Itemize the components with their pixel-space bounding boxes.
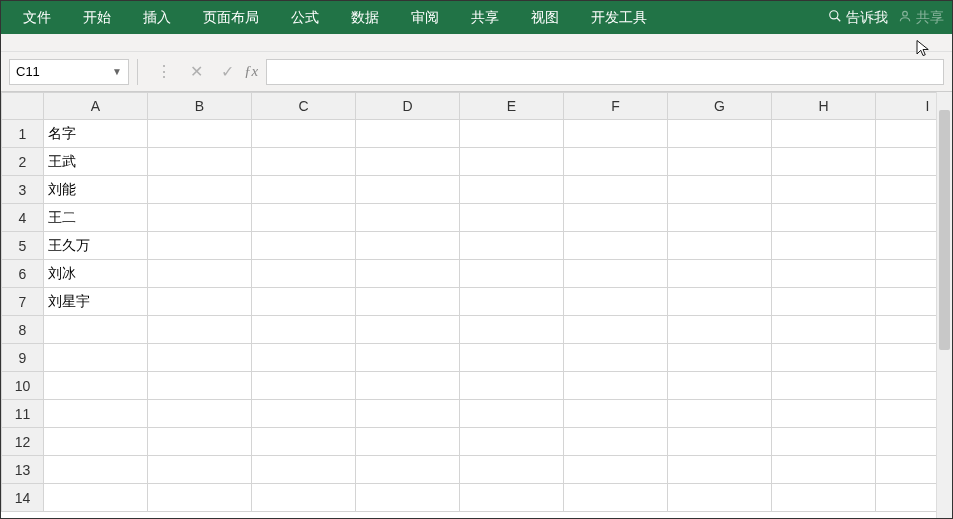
cell-F13[interactable] [564,456,668,484]
cell-H5[interactable] [772,232,876,260]
cell-D4[interactable] [356,204,460,232]
col-header-C[interactable]: C [252,93,356,120]
cell-H10[interactable] [772,372,876,400]
row-header-13[interactable]: 13 [2,456,44,484]
cell-B6[interactable] [148,260,252,288]
share-button[interactable]: 共享 [898,9,944,27]
cell-G11[interactable] [668,400,772,428]
cell-D11[interactable] [356,400,460,428]
cell-B14[interactable] [148,484,252,512]
tab-review[interactable]: 审阅 [397,3,453,33]
cell-G9[interactable] [668,344,772,372]
col-header-H[interactable]: H [772,93,876,120]
cell-C3[interactable] [252,176,356,204]
cell-D13[interactable] [356,456,460,484]
cell-A11[interactable] [44,400,148,428]
fx-icon[interactable]: ƒx [244,63,258,80]
cell-C2[interactable] [252,148,356,176]
cell-E12[interactable] [460,428,564,456]
cell-F14[interactable] [564,484,668,512]
tab-formulas[interactable]: 公式 [277,3,333,33]
row-header-9[interactable]: 9 [2,344,44,372]
tab-page-layout[interactable]: 页面布局 [189,3,273,33]
cell-C6[interactable] [252,260,356,288]
col-header-A[interactable]: A [44,93,148,120]
cell-E14[interactable] [460,484,564,512]
cell-A13[interactable] [44,456,148,484]
cell-F3[interactable] [564,176,668,204]
cell-G6[interactable] [668,260,772,288]
cell-B12[interactable] [148,428,252,456]
cell-F5[interactable] [564,232,668,260]
name-box[interactable]: C11 ▼ [9,59,129,85]
cell-H14[interactable] [772,484,876,512]
cell-C9[interactable] [252,344,356,372]
scrollbar-thumb[interactable] [939,110,950,350]
cell-E10[interactable] [460,372,564,400]
row-header-10[interactable]: 10 [2,372,44,400]
cell-F10[interactable] [564,372,668,400]
cell-D7[interactable] [356,288,460,316]
name-box-dropdown-icon[interactable]: ▼ [112,66,122,77]
cell-E4[interactable] [460,204,564,232]
cell-D3[interactable] [356,176,460,204]
cell-B13[interactable] [148,456,252,484]
cell-F8[interactable] [564,316,668,344]
row-header-3[interactable]: 3 [2,176,44,204]
cell-A14[interactable] [44,484,148,512]
cancel-icon[interactable]: ✕ [190,62,203,81]
cell-D10[interactable] [356,372,460,400]
cell-H8[interactable] [772,316,876,344]
formula-input[interactable] [266,59,944,85]
cell-B8[interactable] [148,316,252,344]
cell-B2[interactable] [148,148,252,176]
tab-view[interactable]: 视图 [517,3,573,33]
cell-H4[interactable] [772,204,876,232]
cell-F12[interactable] [564,428,668,456]
col-header-E[interactable]: E [460,93,564,120]
row-header-12[interactable]: 12 [2,428,44,456]
cell-C1[interactable] [252,120,356,148]
row-header-2[interactable]: 2 [2,148,44,176]
cell-F2[interactable] [564,148,668,176]
cell-C12[interactable] [252,428,356,456]
cell-H9[interactable] [772,344,876,372]
cell-D2[interactable] [356,148,460,176]
cell-E6[interactable] [460,260,564,288]
cell-D8[interactable] [356,316,460,344]
cell-G12[interactable] [668,428,772,456]
cell-H3[interactable] [772,176,876,204]
cell-C10[interactable] [252,372,356,400]
cell-D1[interactable] [356,120,460,148]
more-icon[interactable]: ⋮ [156,62,172,81]
cell-F7[interactable] [564,288,668,316]
cell-A12[interactable] [44,428,148,456]
spreadsheet-grid[interactable]: A B C D E F G H I 1名字2王武3刘能4王二5王久万6刘冰7刘星… [1,92,952,512]
cell-B1[interactable] [148,120,252,148]
cell-F4[interactable] [564,204,668,232]
col-header-B[interactable]: B [148,93,252,120]
cell-E9[interactable] [460,344,564,372]
cell-D14[interactable] [356,484,460,512]
cell-D6[interactable] [356,260,460,288]
cell-A3[interactable]: 刘能 [44,176,148,204]
tell-me[interactable]: 告诉我 [828,9,888,27]
cell-D12[interactable] [356,428,460,456]
cell-B7[interactable] [148,288,252,316]
cell-A10[interactable] [44,372,148,400]
vertical-scrollbar[interactable] [936,92,952,518]
cell-B3[interactable] [148,176,252,204]
cell-G7[interactable] [668,288,772,316]
cell-G2[interactable] [668,148,772,176]
cell-G4[interactable] [668,204,772,232]
cell-B11[interactable] [148,400,252,428]
cell-E2[interactable] [460,148,564,176]
cell-F11[interactable] [564,400,668,428]
cell-H11[interactable] [772,400,876,428]
cell-C11[interactable] [252,400,356,428]
cell-A4[interactable]: 王二 [44,204,148,232]
cell-F1[interactable] [564,120,668,148]
cell-B4[interactable] [148,204,252,232]
cell-A8[interactable] [44,316,148,344]
cell-B5[interactable] [148,232,252,260]
